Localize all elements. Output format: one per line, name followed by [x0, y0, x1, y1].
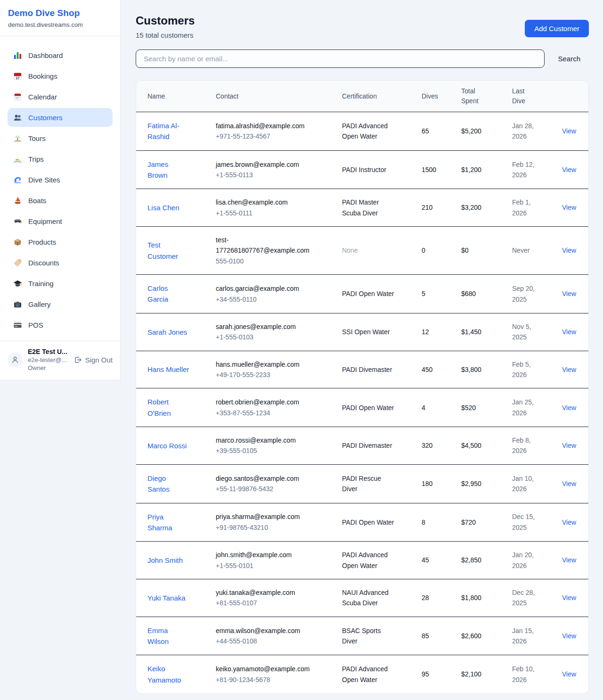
customer-name-link[interactable]: Marco Rossi — [147, 440, 187, 451]
customer-certification: PADI Open Water — [331, 503, 410, 542]
customer-total-spent: $720 — [450, 503, 501, 542]
customer-name-link[interactable]: Test Customer — [147, 239, 190, 262]
customer-name-link[interactable]: Diego Santos — [147, 473, 190, 495]
customer-name-link[interactable]: James Brown — [147, 159, 190, 181]
svg-text:17: 17 — [16, 76, 20, 80]
customer-last-dive: Feb 8, 2026 — [501, 427, 551, 465]
add-customer-button[interactable]: Add Customer — [525, 20, 589, 37]
customer-certification: PADI Divemaster — [331, 351, 410, 388]
column-header-certification: Certification — [331, 81, 410, 112]
view-customer-link[interactable]: View — [562, 519, 576, 526]
customers-icon — [13, 113, 22, 122]
customer-certification: None — [331, 227, 410, 275]
sidebar-item-bookings[interactable]: 17 Bookings — [8, 66, 113, 85]
table-row: Sarah Jones sarah.jones@example.com +1-5… — [136, 313, 589, 351]
view-customer-link[interactable]: View — [562, 480, 576, 487]
sidebar-item-customers[interactable]: Customers — [8, 108, 113, 127]
customer-total-spent: $5,200 — [450, 112, 501, 151]
customer-total-spent: $3,800 — [450, 351, 501, 388]
view-customer-link[interactable]: View — [562, 556, 576, 564]
view-customer-link[interactable]: View — [562, 594, 576, 601]
customer-total-spent: $2,850 — [450, 542, 501, 579]
customer-name-link[interactable]: Lisa Chen — [147, 202, 179, 213]
customer-certification: SSI Open Water — [331, 313, 410, 351]
view-customer-link[interactable]: View — [562, 290, 576, 297]
view-customer-link[interactable]: View — [562, 366, 576, 373]
customer-phone: +91-98765-43210 — [216, 522, 311, 533]
customer-name-link[interactable]: Robert O'Brien — [147, 396, 190, 419]
sidebar-item-gallery[interactable]: Gallery — [8, 295, 113, 313]
equipment-icon — [13, 217, 22, 226]
view-customer-link[interactable]: View — [562, 670, 576, 678]
pos-icon — [13, 321, 22, 329]
customer-certification: PADI Open Water — [331, 388, 410, 427]
sidebar-item-equipment[interactable]: Equipment — [8, 212, 113, 231]
view-customer-link[interactable]: View — [562, 632, 576, 640]
search-button[interactable]: Search — [558, 52, 580, 66]
sidebar-item-training[interactable]: Training — [8, 274, 113, 293]
customer-phone: +49-170-555-2233 — [216, 370, 311, 380]
customer-total-spent: $4,500 — [450, 427, 501, 465]
customer-name-link[interactable]: Keiko Yamamoto — [147, 663, 190, 685]
sidebar-item-products[interactable]: Products — [8, 232, 113, 251]
table-header-row: NameContactCertificationDivesTotal Spent… — [136, 81, 589, 112]
customer-certification: PADI Divemaster — [331, 427, 410, 465]
column-header-dives: Dives — [410, 81, 450, 112]
view-customer-link[interactable]: View — [562, 442, 576, 449]
customer-phone: +34-555-0110 — [216, 294, 311, 305]
search-input[interactable] — [136, 49, 545, 68]
sidebar-item-boats[interactable]: Boats — [8, 191, 113, 210]
customer-phone: +1-555-0101 — [216, 560, 311, 571]
main-content: Customers 15 total customers Add Custome… — [121, 0, 603, 700]
table-row: Fatima Al-Rashid fatima.alrashid@example… — [136, 112, 589, 151]
user-info: E2E Test U... e2e-tester@... Owner — [28, 348, 71, 371]
customer-name-link[interactable]: Carlos Garcia — [147, 283, 190, 305]
customer-last-dive: Jan 10, 2026 — [501, 464, 551, 503]
customer-last-dive: Jan 15, 2026 — [501, 617, 551, 655]
customer-name-link[interactable]: Sarah Jones — [147, 327, 187, 338]
sidebar-item-trips[interactable]: Trips — [8, 149, 113, 168]
customer-name-link[interactable]: Priya Sharma — [147, 511, 190, 534]
boats-icon — [13, 196, 22, 205]
sidebar-item-dive-sites[interactable]: Dive Sites — [8, 170, 113, 189]
customer-name-link[interactable]: Fatima Al-Rashid — [147, 120, 190, 142]
customer-total-spent: $1,200 — [450, 150, 501, 189]
customer-dives: 1500 — [410, 150, 450, 189]
customer-name-link[interactable]: John Smith — [147, 555, 183, 566]
sign-out-button[interactable]: Sign Out — [74, 356, 113, 364]
view-customer-link[interactable]: View — [562, 247, 576, 254]
sidebar-item-tours[interactable]: Tours — [8, 129, 113, 148]
training-icon — [13, 279, 22, 288]
page-header: Customers 15 total customers Add Custome… — [136, 14, 589, 39]
sidebar-item-discounts[interactable]: Discounts — [8, 253, 113, 272]
customer-email: hans.mueller@example.com — [216, 359, 311, 370]
customer-name-link[interactable]: Yuki Tanaka — [147, 593, 186, 603]
view-customer-link[interactable]: View — [562, 204, 576, 211]
view-customer-link[interactable]: View — [562, 127, 576, 135]
customer-dives: 45 — [410, 542, 450, 579]
view-customer-link[interactable]: View — [562, 328, 576, 336]
column-header-total-spent: Total Spent — [450, 81, 501, 112]
table-row: Hans Mueller hans.mueller@example.com +4… — [136, 351, 589, 388]
customer-last-dive: Feb 1, 2026 — [501, 189, 551, 227]
customer-last-dive: Feb 12, 2026 — [501, 150, 551, 189]
customer-count: 15 total customers — [136, 31, 195, 39]
view-customer-link[interactable]: View — [562, 404, 576, 412]
view-customer-link[interactable]: View — [562, 166, 576, 173]
sidebar-item-calendar[interactable]: Calendar — [8, 87, 113, 106]
sidebar-item-dashboard[interactable]: Dashboard — [8, 46, 113, 65]
customer-total-spent: $0 — [450, 227, 501, 275]
table-row: Priya Sharma priya.sharma@example.com +9… — [136, 503, 589, 542]
customer-dives: 8 — [410, 503, 450, 542]
sign-out-icon — [74, 356, 82, 364]
customer-name-link[interactable]: Emma Wilson — [147, 625, 190, 647]
sidebar-item-pos[interactable]: POS — [8, 315, 113, 334]
customer-last-dive: Feb 5, 2026 — [501, 351, 551, 388]
customer-dives: 210 — [410, 189, 450, 227]
customer-phone: +971-55-123-4567 — [216, 131, 311, 141]
brand[interactable]: Demo Dive Shop demo.test.divestreams.com — [0, 0, 120, 36]
customer-email: james.brown@example.com — [216, 159, 311, 170]
customer-last-dive: Sep 20, 2025 — [501, 275, 551, 313]
customer-name-link[interactable]: Hans Mueller — [147, 364, 189, 375]
customer-total-spent: $2,600 — [450, 617, 501, 655]
